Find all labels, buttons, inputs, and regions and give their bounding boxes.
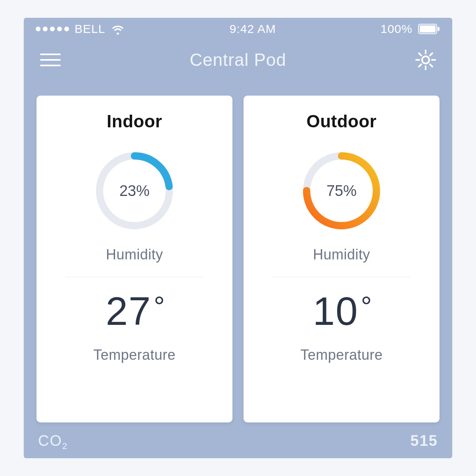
svg-point-6 bbox=[422, 56, 429, 63]
co2-label: CO bbox=[38, 432, 62, 449]
outdoor-title: Outdoor bbox=[306, 111, 376, 131]
degree-symbol: ° bbox=[154, 291, 166, 322]
degree-symbol: ° bbox=[361, 291, 373, 322]
app-window: BELL 9:42 AM 100% bbox=[24, 18, 452, 458]
indoor-temperature-number: 27 bbox=[106, 289, 151, 333]
status-bar: BELL 9:42 AM 100% bbox=[24, 18, 452, 40]
settings-icon[interactable] bbox=[415, 49, 436, 71]
svg-rect-1 bbox=[420, 25, 436, 33]
indoor-humidity-ring: 23% bbox=[91, 147, 178, 234]
page-title: Central Pod bbox=[190, 50, 286, 70]
outdoor-humidity-label: Humidity bbox=[313, 246, 370, 263]
footer-bar: CO2 515 bbox=[24, 430, 452, 458]
co2-sub: 2 bbox=[62, 441, 68, 451]
footer-right-value: 515 bbox=[411, 432, 438, 449]
outdoor-temperature-label: Temperature bbox=[300, 347, 383, 363]
outdoor-humidity-ring: 75% bbox=[298, 147, 385, 234]
divider bbox=[65, 277, 203, 277]
svg-line-12 bbox=[430, 64, 432, 67]
outdoor-card[interactable]: Outdoor 75% Humidity 10° bbox=[244, 96, 440, 422]
battery-icon bbox=[418, 24, 440, 34]
outdoor-humidity-value: 75% bbox=[298, 147, 385, 234]
indoor-title: Indoor bbox=[107, 111, 162, 131]
outdoor-temperature-value: 10° bbox=[313, 291, 370, 331]
svg-line-14 bbox=[419, 64, 421, 67]
svg-rect-2 bbox=[438, 27, 440, 31]
status-right: 100% bbox=[380, 22, 440, 36]
footer-left-label: CO2 bbox=[38, 432, 68, 449]
indoor-card[interactable]: Indoor 23% Humidity 27° Temperature bbox=[36, 96, 232, 422]
nav-bar: Central Pod bbox=[24, 40, 452, 84]
cards-row: Indoor 23% Humidity 27° Temperature Outd… bbox=[24, 84, 452, 430]
wifi-icon bbox=[111, 23, 125, 35]
indoor-temperature-label: Temperature bbox=[93, 347, 176, 363]
menu-icon[interactable] bbox=[40, 49, 61, 71]
indoor-humidity-label: Humidity bbox=[106, 246, 163, 263]
svg-line-13 bbox=[430, 53, 432, 56]
svg-line-11 bbox=[419, 53, 421, 56]
status-time: 9:42 AM bbox=[230, 22, 276, 36]
carrier-label: BELL bbox=[75, 22, 105, 36]
indoor-temperature-value: 27° bbox=[106, 291, 163, 331]
divider bbox=[273, 277, 410, 277]
battery-percent: 100% bbox=[380, 22, 413, 36]
signal-strength-icon bbox=[36, 27, 69, 31]
outdoor-temperature-number: 10 bbox=[313, 289, 358, 333]
indoor-humidity-value: 23% bbox=[91, 147, 178, 234]
status-left: BELL bbox=[36, 22, 125, 36]
